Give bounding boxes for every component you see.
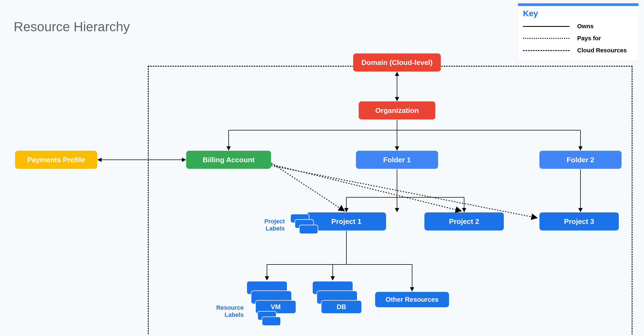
- legend-row-cloudresources: Cloud Resources: [523, 44, 634, 56]
- node-folder2: Folder 2: [539, 151, 622, 169]
- node-project3: Project 3: [539, 212, 619, 230]
- node-payments: Payments Profile: [15, 151, 97, 169]
- label-resource-labels: Resource Labels: [203, 304, 244, 319]
- legend-row-paysfor: Pays for: [523, 32, 634, 44]
- project-label-chip: [299, 225, 318, 234]
- legend-row-owns: Owns: [523, 20, 634, 32]
- db-resource-chip: DB: [321, 300, 362, 314]
- legend-title: Key: [523, 9, 634, 18]
- node-project1: Project 1: [307, 212, 386, 230]
- node-other-resources: Other Resources: [375, 292, 449, 307]
- page-title: Resource Hierarchy: [14, 19, 130, 34]
- node-project2: Project 2: [424, 212, 504, 230]
- node-domain: Domain (Cloud-level): [353, 53, 441, 72]
- node-folder1: Folder 1: [356, 151, 438, 169]
- legend-label-paysfor: Pays for: [577, 35, 601, 42]
- legend-line-dashed: [523, 50, 570, 51]
- node-organization: Organization: [359, 101, 435, 119]
- legend-label-cloudresources: Cloud Resources: [577, 47, 627, 54]
- legend-line-solid: [523, 26, 570, 27]
- legend: Key Owns Pays for Cloud Resources: [518, 3, 639, 61]
- label-project-labels: Project Labels: [249, 218, 285, 232]
- legend-line-dotted: [523, 38, 570, 39]
- resource-label-chip: [262, 317, 281, 326]
- node-billing: Billing Account: [186, 151, 271, 169]
- legend-label-owns: Owns: [577, 23, 594, 30]
